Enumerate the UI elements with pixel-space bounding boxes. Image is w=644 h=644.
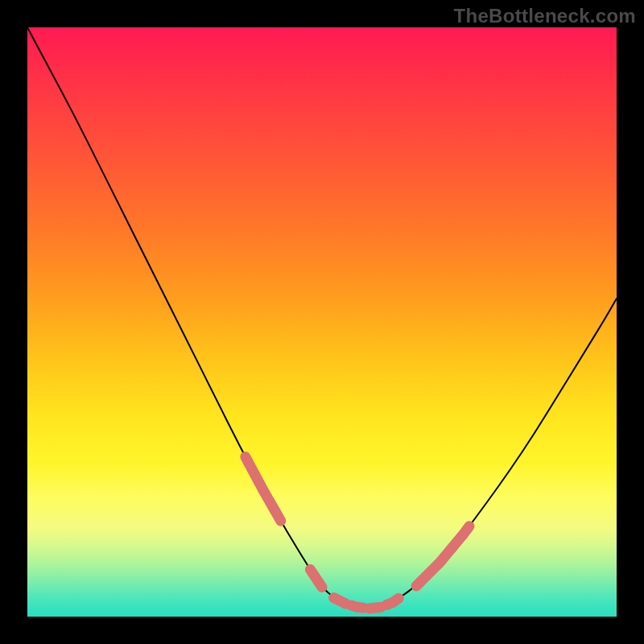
curve-markers <box>246 456 469 608</box>
curve-marker-segment <box>334 598 346 604</box>
bottleneck-curve <box>27 27 617 608</box>
curve-marker-segment <box>310 569 322 587</box>
curve-marker-segment <box>352 605 364 608</box>
curve-layer <box>27 27 617 617</box>
curve-marker-segment <box>452 526 469 548</box>
chart-stage: TheBottleneck.com <box>0 0 644 644</box>
watermark-text: TheBottleneck.com <box>454 5 636 27</box>
curve-marker-segment <box>387 598 399 605</box>
curve-marker-segment <box>246 456 281 521</box>
curve-marker-segment <box>416 548 452 586</box>
curve-marker-segment <box>369 607 382 608</box>
